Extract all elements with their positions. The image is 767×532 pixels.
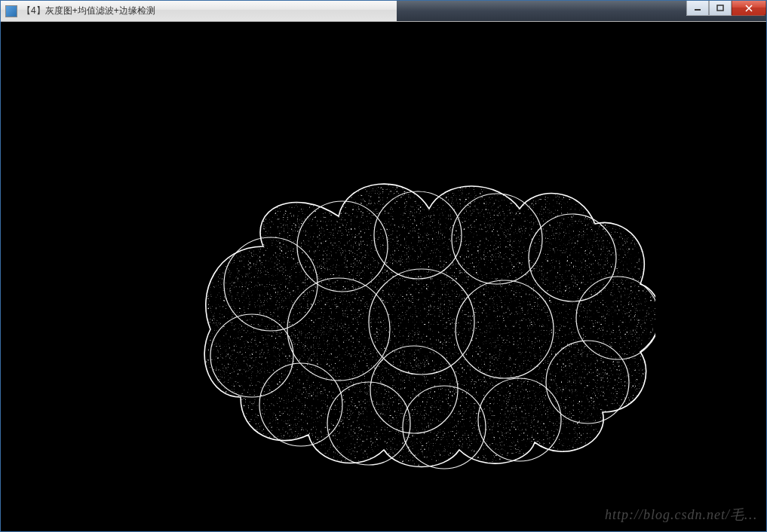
svg-rect-1 [717, 5, 723, 11]
maximize-icon [716, 5, 724, 12]
window-title: 【4】灰度图+均值滤波+边缘检测 [22, 5, 155, 17]
app-window: 【4】灰度图+均值滤波+边缘检测 [0, 0, 767, 532]
app-icon [5, 5, 17, 17]
watermark-text: http://blog.csdn.net/毛… [605, 506, 757, 524]
close-button[interactable] [732, 1, 766, 16]
window-controls [686, 1, 766, 16]
maximize-button[interactable] [709, 1, 732, 16]
titlebar[interactable]: 【4】灰度图+均值滤波+边缘检测 [1, 1, 766, 22]
image-viewport: http://blog.csdn.net/毛… [1, 22, 766, 531]
svg-rect-0 [695, 9, 701, 11]
minimize-button[interactable] [686, 1, 709, 16]
minimize-icon [694, 5, 701, 12]
close-icon [745, 5, 753, 12]
edge-detection-output [112, 96, 655, 472]
